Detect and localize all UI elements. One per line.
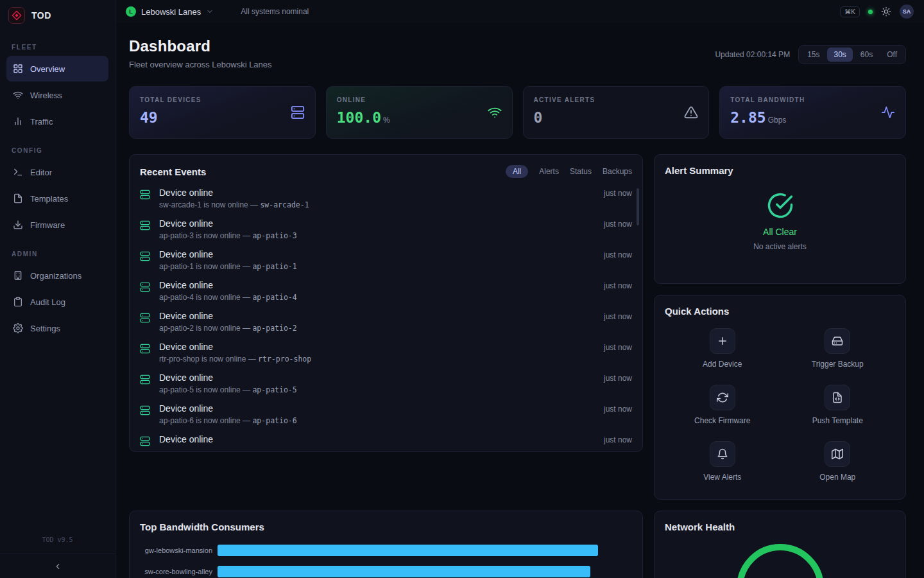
device-name: ap-patio-1: [252, 262, 296, 271]
refresh-interval-segmented-control: 15s 30s 60s Off: [798, 45, 906, 64]
event-title: Device online: [159, 372, 595, 383]
check-circle-icon: [767, 192, 794, 219]
chevron-down-icon: [206, 8, 214, 15]
event-time: just now: [604, 405, 632, 414]
list-item[interactable]: Device online ap-patio-3 is now online —…: [140, 214, 632, 245]
bar-label: sw-core-bowling-alley: [140, 568, 212, 575]
refresh-60s-button[interactable]: 60s: [854, 48, 879, 62]
app-logo-icon: [8, 7, 25, 24]
device-name: ap-patio-2: [252, 324, 296, 333]
tab-all[interactable]: All: [506, 165, 528, 178]
stat-active-alerts: ACTIVE ALERTS 0: [523, 86, 710, 139]
network-health-card: Network Health 100: [654, 511, 906, 578]
last-updated-text: Updated 02:00:14 PM: [715, 50, 790, 59]
list-item[interactable]: Device online just now: [140, 430, 632, 451]
list-item[interactable]: Device online ap-patio-5 is now online —…: [140, 368, 632, 399]
device-name: ap-patio-5: [252, 385, 296, 394]
event-time: just now: [604, 343, 632, 352]
top-bandwidth-title: Top Bandwidth Consumers: [140, 521, 264, 532]
sidebar-item-overview[interactable]: Overview: [6, 56, 108, 82]
event-title: Device online: [159, 403, 595, 414]
event-title: Device online: [159, 342, 595, 352]
server-icon: [140, 220, 150, 231]
sidebar-item-organizations[interactable]: Organizations: [6, 263, 108, 288]
list-item[interactable]: Device online ap-patio-2 is now online —…: [140, 306, 632, 337]
sidebar-item-wireless[interactable]: Wireless: [6, 82, 108, 108]
device-name: ap-patio-6: [252, 416, 296, 425]
overview-grid-icon: [13, 64, 23, 74]
user-avatar[interactable]: SA: [900, 4, 914, 19]
device-name: rtr-pro-shop: [258, 355, 311, 363]
event-time: just now: [604, 220, 632, 229]
refresh-15s-button[interactable]: 15s: [801, 48, 826, 62]
device-name: ap-patio-4: [252, 293, 296, 302]
bell-icon: [710, 441, 735, 467]
bandwidth-bar-chart: gw-lebowski-mansion sw-core-bowling-alle…: [140, 545, 632, 577]
list-item[interactable]: Device online ap-patio-6 is now online —…: [140, 399, 632, 430]
quick-actions-title: Quick Actions: [665, 306, 729, 317]
nav-section-fleet: FLEET: [12, 44, 103, 51]
sidebar-item-editor[interactable]: Editor: [6, 159, 108, 185]
list-item[interactable]: Device online ap-patio-1 is now online —…: [140, 245, 632, 276]
topbar: L Lebowski Lanes All systems nominal ⌘K …: [116, 0, 924, 23]
stat-label: TOTAL DEVICES: [140, 96, 201, 103]
gear-icon: [13, 323, 23, 333]
command-palette-shortcut[interactable]: ⌘K: [840, 6, 860, 17]
sun-icon: [881, 6, 891, 17]
sidebar-item-label: Overview: [30, 64, 65, 74]
event-title: Device online: [159, 311, 595, 321]
list-item[interactable]: Device online rtr-pro-shop is now online…: [140, 337, 632, 368]
stat-total-devices: TOTAL DEVICES 49: [129, 86, 316, 139]
sidebar-item-templates[interactable]: Templates: [6, 186, 108, 211]
server-icon: [140, 251, 150, 261]
list-item[interactable]: Device online sw-arcade-1 is now online …: [140, 183, 632, 214]
bar-label: gw-lebowski-mansion: [140, 547, 212, 554]
refresh-icon: [710, 385, 735, 410]
server-icon: [140, 436, 150, 446]
drive-icon: [825, 328, 850, 354]
sidebar-item-settings[interactable]: Settings: [6, 315, 108, 341]
health-status-dot: [868, 10, 873, 14]
alert-summary-title: Alert Summary: [665, 165, 733, 176]
sidebar-item-label: Templates: [30, 194, 68, 204]
nav-section-admin: ADMIN: [12, 250, 103, 258]
event-time: just now: [604, 312, 632, 321]
event-title: Device online: [159, 218, 595, 229]
terminal-icon: [13, 167, 23, 177]
event-time: just now: [604, 435, 632, 444]
server-icon: [140, 344, 150, 354]
quick-actions-card: Quick Actions Add Device Trigger Backup …: [654, 295, 906, 500]
view-alerts-button[interactable]: View Alerts: [665, 441, 780, 482]
sidebar-item-audit-log[interactable]: Audit Log: [6, 289, 108, 315]
stat-value: 2.85: [730, 109, 766, 126]
alert-detail-text: No active alerts: [753, 242, 807, 251]
list-item[interactable]: Device online ap-patio-4 is now online —…: [140, 276, 632, 306]
org-switcher[interactable]: L Lebowski Lanes: [126, 6, 214, 17]
event-title: Device online: [159, 188, 595, 198]
sidebar-item-traffic[interactable]: Traffic: [6, 109, 108, 134]
refresh-30s-button[interactable]: 30s: [827, 48, 852, 62]
sidebar-item-label: Traffic: [30, 117, 53, 127]
refresh-off-button[interactable]: Off: [880, 48, 903, 62]
tab-alerts[interactable]: Alerts: [539, 167, 559, 176]
stat-unit: %: [383, 116, 390, 125]
theme-toggle-button[interactable]: [881, 6, 891, 17]
open-map-button[interactable]: Open Map: [780, 441, 896, 482]
stat-label: ONLINE: [337, 96, 390, 103]
sidebar-collapse-button[interactable]: [0, 554, 115, 578]
building-icon: [13, 270, 23, 281]
server-icon: [140, 405, 150, 416]
chevron-left-icon: [53, 562, 62, 571]
bandwidth-bar: [218, 545, 598, 556]
event-time: just now: [604, 189, 632, 198]
push-template-button[interactable]: Push Template: [780, 385, 896, 425]
check-firmware-button[interactable]: Check Firmware: [665, 385, 780, 425]
tab-status[interactable]: Status: [570, 167, 592, 176]
tab-backups[interactable]: Backups: [603, 167, 632, 176]
page-title: Dashboard: [129, 37, 272, 55]
trigger-backup-button[interactable]: Trigger Backup: [780, 328, 896, 369]
stat-online: ONLINE 100.0%: [326, 86, 513, 139]
events-scrollbar[interactable]: [637, 188, 639, 225]
add-device-button[interactable]: Add Device: [665, 328, 780, 369]
sidebar-item-firmware[interactable]: Firmware: [6, 212, 108, 238]
